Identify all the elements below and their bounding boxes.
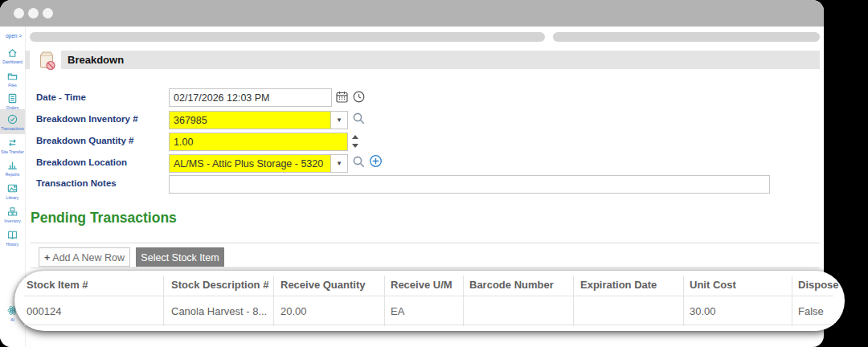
sidebar-item-label: Dashboard (2, 59, 22, 64)
column-divider (463, 276, 464, 326)
col-header-stock-item: Stock Item # (27, 279, 88, 291)
breakdown-quantity-input[interactable] (169, 133, 348, 151)
cell-dispose[interactable]: False (798, 305, 824, 317)
select-stock-item-button[interactable]: Select Stock Item (136, 247, 224, 267)
sidebar-item-reports[interactable]: Reports (0, 156, 25, 179)
location-dropdown-button[interactable]: ▾ (330, 154, 348, 173)
breakdown-inventory-input[interactable] (169, 111, 331, 129)
location-search-icon[interactable] (352, 155, 366, 169)
sidebar-item-history[interactable]: History (0, 226, 25, 249)
grid-top-border (31, 243, 820, 243)
package-bag-icon (37, 49, 56, 71)
cell-receive-quantity[interactable]: 20.00 (280, 305, 307, 317)
column-divider (163, 276, 164, 326)
header-left-chip (25, 51, 30, 69)
cell-unit-cost[interactable]: 30.00 (690, 305, 716, 317)
transaction-notes-input[interactable] (169, 175, 770, 194)
plus-icon: + (44, 252, 50, 263)
breakdown-location-input[interactable] (169, 154, 331, 173)
col-header-receive-um: Receive U/M (391, 279, 452, 291)
book-icon (6, 229, 18, 241)
window-control-dot-2[interactable] (28, 8, 39, 18)
window-control-dot-3[interactable] (43, 8, 53, 18)
cell-receive-um[interactable]: EA (391, 305, 404, 317)
home-icon (6, 47, 18, 59)
breakdown-page-icon (37, 49, 56, 71)
breakdown-inventory-label: Breakdown Inventory # (36, 114, 138, 124)
sidebar-item-site-transfer[interactable]: Site Transfer (0, 133, 25, 157)
document-icon (6, 92, 18, 104)
col-header-expiration-date: Expiration Date (580, 279, 657, 291)
col-header-dispose: Dispose (798, 279, 839, 291)
column-divider (792, 276, 792, 326)
col-header-receive-quantity: Receive Quantity (280, 279, 366, 291)
page-title: Breakdown (61, 51, 820, 69)
column-divider (273, 276, 274, 326)
sidebar-item-label: Reports (6, 172, 20, 177)
header-row-divider (24, 296, 833, 296)
inventory-search-icon[interactable] (352, 112, 366, 126)
pending-transactions-table: Stock Item # Stock Description # Receive… (14, 271, 845, 331)
toolbar-placeholder-bar-left (30, 32, 545, 42)
col-header-unit-cost: Unit Cost (690, 279, 736, 291)
sidebar-item-transactions[interactable]: Transactions (0, 109, 25, 134)
col-header-barcode-number: Barcode Number (469, 279, 554, 291)
column-divider (683, 276, 684, 326)
quantity-step-up-icon[interactable] (352, 135, 358, 139)
sidebar-item-label: History (6, 242, 19, 247)
sidebar-item-label: Files (8, 83, 17, 88)
date-time-input[interactable] (169, 88, 332, 107)
cell-stock-item[interactable]: 000124 (27, 305, 61, 317)
toolbar-placeholder-bar-right (553, 32, 820, 42)
inventory-dropdown-button[interactable]: ▾ (330, 111, 348, 129)
pending-transactions-heading: Pending Transactions (31, 210, 177, 227)
sidebar-item-label: Inventory (4, 218, 21, 223)
clock-icon[interactable] (352, 90, 366, 104)
transfer-arrows-icon (6, 137, 18, 149)
sidebar-item-label: Site Transfer (1, 149, 23, 154)
add-location-icon[interactable] (369, 154, 383, 169)
boxes-icon (6, 206, 18, 218)
cell-stock-description[interactable]: Canola Harvest - 8... (171, 305, 267, 317)
image-icon (6, 182, 18, 194)
data-row-divider (24, 325, 833, 325)
sidebar-item-label: Library (6, 195, 18, 200)
breakdown-location-label: Breakdown Location (36, 157, 127, 167)
bar-chart-icon (6, 159, 18, 171)
page-header-strip: Breakdown (61, 51, 820, 69)
window-titlebar (0, 0, 824, 27)
sidebar-item-dashboard[interactable]: Dashboard (0, 43, 25, 67)
folder-icon (6, 70, 18, 82)
calendar-icon[interactable] (335, 90, 350, 104)
sidebar-item-inventory[interactable]: Inventory (0, 202, 25, 226)
sidebar-item-library[interactable]: Library (0, 179, 25, 202)
column-divider (573, 276, 574, 326)
grid-header-border (31, 267, 820, 268)
col-header-stock-description: Stock Description # (171, 279, 268, 291)
window-control-dot-1[interactable] (14, 8, 24, 18)
column-divider (384, 276, 385, 326)
check-circle-icon (6, 113, 18, 125)
sidebar-item-label: AI (10, 317, 14, 322)
sidebar-item-label: Transactions (1, 126, 23, 131)
transaction-notes-label: Transaction Notes (36, 178, 117, 188)
date-time-label: Date - Time (36, 92, 86, 102)
sidebar-open-link[interactable]: open > (6, 33, 22, 39)
quantity-step-down-icon[interactable] (352, 144, 358, 148)
sidebar-item-files[interactable]: Files (0, 67, 25, 90)
breakdown-quantity-label: Breakdown Quantity # (36, 136, 133, 145)
add-new-row-button[interactable]: +Add A New Row (39, 247, 130, 267)
